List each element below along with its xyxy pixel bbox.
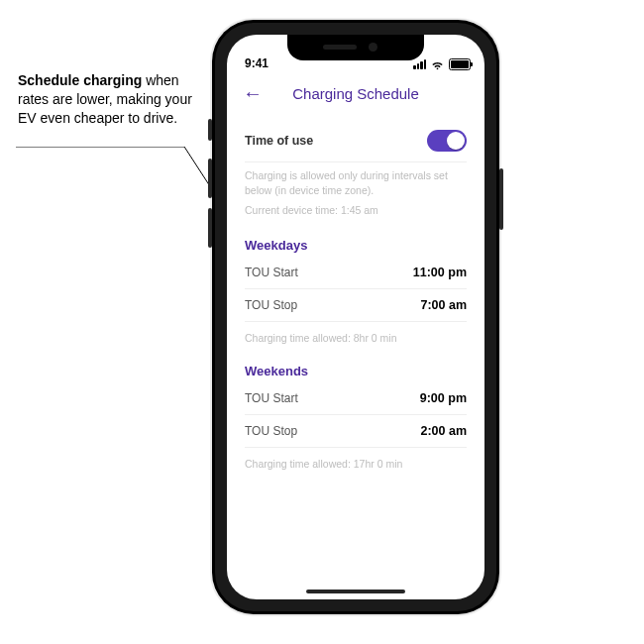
weekdays-title: Weekdays — [245, 238, 467, 253]
device-time-value: 1:45 am — [341, 204, 378, 216]
home-indicator[interactable] — [306, 590, 405, 593]
promo-callout: Schedule charging when rates are lower, … — [18, 71, 206, 128]
weekends-allowed: Charging time allowed: 17hr 0 min — [245, 458, 467, 470]
battery-icon — [449, 58, 471, 70]
time-of-use-label: Time of use — [245, 134, 313, 148]
weekends-tou-start-label: TOU Start — [245, 391, 298, 405]
weekends-tou-start-value: 9:00 pm — [420, 391, 467, 405]
silence-switch — [208, 119, 212, 141]
weekends-tou-stop-row[interactable]: TOU Stop 2:00 am — [245, 415, 467, 448]
weekends-title: Weekends — [245, 364, 467, 378]
promo-callout-bold: Schedule charging — [18, 72, 142, 88]
weekdays-tou-start-value: 11:00 pm — [413, 266, 467, 279]
time-of-use-toggle[interactable] — [427, 130, 467, 152]
status-time: 9:41 — [245, 56, 268, 70]
tou-helper-line1: Charging is allowed only during interval… — [245, 168, 467, 197]
time-of-use-row: Time of use — [245, 120, 467, 162]
weekends-tou-start-row[interactable]: TOU Start 9:00 pm — [245, 382, 467, 415]
notch — [287, 35, 424, 60]
cell-signal-icon — [413, 59, 426, 69]
weekdays-tou-stop-row[interactable]: TOU Stop 7:00 am — [245, 289, 467, 322]
weekends-tou-stop-value: 2:00 am — [420, 424, 467, 438]
phone-frame: 9:41 ← Charging Schedule — [212, 20, 499, 614]
callout-leader-line — [16, 147, 224, 206]
wifi-icon — [430, 59, 445, 70]
weekdays-tou-start-label: TOU Start — [245, 266, 298, 279]
weekdays-allowed: Charging time allowed: 8hr 0 min — [245, 332, 467, 344]
power-button — [499, 168, 503, 230]
weekends-tou-stop-label: TOU Stop — [245, 424, 297, 438]
weekdays-tou-stop-value: 7:00 am — [420, 298, 467, 312]
tou-helper-text: Charging is allowed only during interval… — [245, 168, 467, 218]
device-time-label: Current device time: — [245, 204, 338, 216]
page-title: Charging Schedule — [243, 85, 469, 102]
volume-up-button — [208, 159, 212, 198]
phone-screen: 9:41 ← Charging Schedule — [227, 35, 484, 599]
volume-down-button — [208, 208, 212, 248]
weekdays-tou-start-row[interactable]: TOU Start 11:00 pm — [245, 257, 467, 289]
app-header: ← Charging Schedule — [227, 72, 484, 114]
weekdays-tou-stop-label: TOU Stop — [245, 298, 297, 312]
